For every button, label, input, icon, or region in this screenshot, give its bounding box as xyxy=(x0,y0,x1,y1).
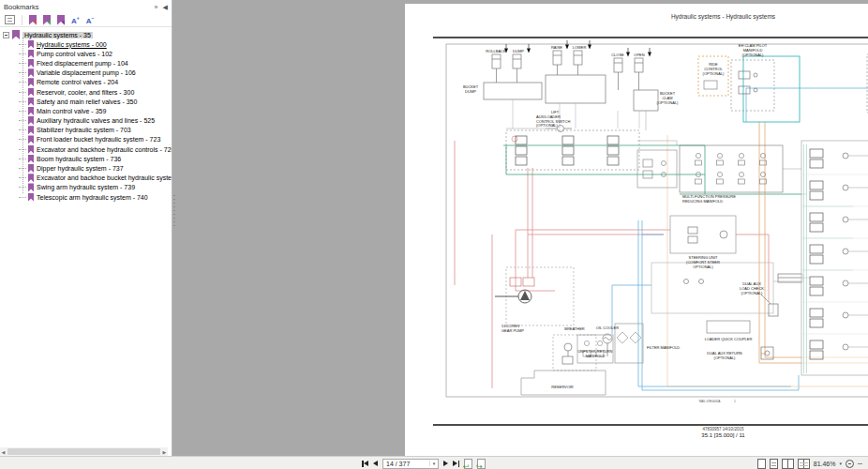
schematic-label: DUMP xyxy=(513,49,524,53)
bookmark-item[interactable]: Fixed displacement pump - 104 xyxy=(0,58,172,68)
previous-page-button[interactable] xyxy=(373,461,378,466)
bookmark-item[interactable]: Swing arm hydraulic system - 739 xyxy=(0,183,172,192)
bookmark-label: Remote control valves - 204 xyxy=(37,79,118,85)
facing-view-icon[interactable] xyxy=(782,459,794,469)
bookmark-green-icon[interactable] xyxy=(43,15,51,25)
loader-quick-coupler-circuit xyxy=(651,263,810,333)
bookmark-item[interactable]: Dipper hydraulic system - 737 xyxy=(0,163,172,173)
bookmark-icon xyxy=(28,98,34,106)
dual-aux-valves xyxy=(761,295,778,359)
bookmark-item[interactable]: Variable displacement pump - 106 xyxy=(0,68,172,78)
tree-connector xyxy=(19,159,26,159)
bookmark-red-icon[interactable] xyxy=(29,15,37,25)
bookmark-item[interactable]: Pump control valves - 102 xyxy=(0,49,172,58)
page-navigation: 14 / 377 ▾ xyxy=(362,457,486,469)
single-page-view-icon[interactable] xyxy=(757,459,766,469)
bookmark-purple-icon[interactable] xyxy=(57,15,65,25)
bookmark-label: Main control valve - 359 xyxy=(37,108,106,114)
bookmark-label: Reservoir, cooler, and filters - 300 xyxy=(37,89,134,96)
page-footer-pagination: 35.1 [35.000] / 11 xyxy=(405,432,868,438)
schematic-label: RAISE xyxy=(551,45,562,50)
bookmark-item[interactable]: Stabilizer hydraulic system - 703 xyxy=(0,126,172,135)
bookmark-root-item[interactable]: Hydraulic systems - 35 xyxy=(0,30,172,39)
zoom-slider[interactable] xyxy=(858,463,862,464)
bookmark-item[interactable]: Excavator and backhoe hydraulic controls… xyxy=(0,144,172,154)
gear-pump xyxy=(495,267,574,325)
mini-valves xyxy=(696,153,767,184)
increase-text-size-icon[interactable]: A+ xyxy=(71,13,80,26)
panel-options-icon[interactable]: » xyxy=(155,4,158,10)
tree-connector xyxy=(19,129,26,130)
continuous-view-icon[interactable] xyxy=(770,459,778,469)
tree-connector xyxy=(19,82,26,83)
bookmark-item[interactable]: Auxiliary hydraulic valves and lines - 5… xyxy=(0,116,172,126)
tree-connector xyxy=(19,92,26,93)
bookmark-icon xyxy=(28,145,34,154)
zoom-level[interactable]: 81.46% xyxy=(814,461,836,467)
red-dot-icon xyxy=(34,21,38,25)
schematic-label: BREATHER xyxy=(564,326,585,331)
bookmarks-panel-title: Bookmarks xyxy=(4,3,39,11)
schematic-label: MANIFOLD xyxy=(586,354,606,358)
reservoir xyxy=(521,371,606,395)
zoom-dropdown-icon[interactable]: ▾ xyxy=(839,461,842,466)
bookmark-label: Telescopic arm hydraulic system - 740 xyxy=(37,194,148,201)
schematic-label: GEAR PUMP xyxy=(501,328,524,333)
pdf-page: Hydraulic systems - Hydraulic systems xyxy=(405,4,868,456)
tree-connector xyxy=(19,168,26,169)
bookmark-icon xyxy=(28,59,34,68)
schematic-label: (OPTIONAL) xyxy=(714,356,737,360)
scroll-left-icon[interactable]: ◀ xyxy=(0,449,7,455)
decrease-text-size-icon[interactable]: A− xyxy=(86,13,95,26)
bookmark-icon xyxy=(28,126,34,134)
bookmark-item[interactable]: Excavator and backhoe bucket hydraulic s… xyxy=(0,174,172,183)
bookmark-label: Variable displacement pump - 106 xyxy=(37,69,136,76)
tree-connector xyxy=(19,177,26,178)
bookmark-item[interactable]: Reservoir, cooler, and filters - 300 xyxy=(0,87,172,97)
bookmark-item[interactable]: Telescopic arm hydraulic system - 740 xyxy=(0,192,172,202)
collapse-panel-icon[interactable]: ◀ xyxy=(163,4,168,10)
scrollbar-thumb[interactable] xyxy=(7,448,160,455)
zoom-out-icon[interactable] xyxy=(846,460,854,468)
first-page-button[interactable] xyxy=(362,461,368,467)
bookmark-item[interactable]: Front loader bucket hydraulic system - 7… xyxy=(0,135,172,144)
schematic-label: OPEN xyxy=(634,53,644,57)
page-number-input[interactable]: 14 / 377 ▾ xyxy=(382,459,439,469)
bookmark-item[interactable]: Safety and main relief valves - 350 xyxy=(0,97,172,106)
bookmark-item[interactable]: Remote control valves - 204 xyxy=(0,78,172,87)
next-view-icon[interactable] xyxy=(477,459,486,469)
schematic-label: DUMP xyxy=(465,89,476,94)
bookmarks-horizontal-scrollbar[interactable]: ◀ ▶ xyxy=(0,447,168,456)
filter-manifold xyxy=(615,324,643,363)
page-dropdown-icon[interactable]: ▾ xyxy=(429,461,438,466)
last-page-button[interactable] xyxy=(453,461,459,467)
next-page-button[interactable] xyxy=(443,461,448,466)
schematic-label: (OPTIONAL) xyxy=(741,291,764,295)
bookmark-item[interactable]: Main control valve - 359 xyxy=(0,106,172,115)
bookmark-item[interactable]: Hydraulic systems - 000 xyxy=(0,39,172,49)
expand-current-bookmark-icon[interactable] xyxy=(5,15,15,24)
document-area: Hydraulic systems - Hydraulic systems xyxy=(173,0,868,456)
bookmark-item[interactable]: Boom hydraulic system - 736 xyxy=(0,154,172,163)
panel-splitter[interactable] xyxy=(173,195,175,229)
schematic-label: REDUCING MANIFOLD xyxy=(682,199,723,204)
continuous-facing-view-icon[interactable] xyxy=(798,459,810,469)
bookmark-icon xyxy=(28,107,34,115)
page-title: Hydraulic systems - Hydraulic systems xyxy=(405,13,868,20)
green-dot-icon xyxy=(48,21,52,25)
page-footer-reference: 47830957 14/10/2015 xyxy=(405,427,868,431)
bookmark-label: Swing arm hydraulic system - 739 xyxy=(37,184,135,190)
collapse-minus-icon[interactable] xyxy=(3,32,9,38)
bookmark-icon xyxy=(28,135,34,144)
bookmark-label: Safety and main relief valves - 350 xyxy=(37,98,137,105)
tree-connector xyxy=(19,197,26,198)
tree-connector xyxy=(19,44,26,45)
bookmark-icon xyxy=(28,50,34,58)
scroll-right-icon[interactable]: ▶ xyxy=(161,449,168,455)
previous-view-icon[interactable] xyxy=(464,459,472,469)
schematic-label: LOADER QUICK COUPLER xyxy=(705,337,753,341)
schematic-label: (OPTIONAL) xyxy=(703,71,726,76)
bookmark-label: Fixed displacement pump - 104 xyxy=(37,60,128,67)
bookmark-label: Auxiliary hydraulic valves and lines - 5… xyxy=(37,117,155,124)
backhoe-valve-stack xyxy=(801,141,868,375)
